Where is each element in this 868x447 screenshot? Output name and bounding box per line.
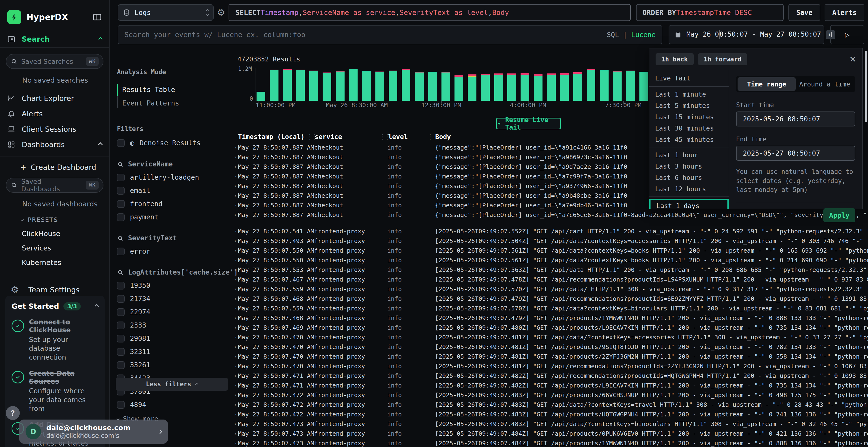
row-expand-icon[interactable]: › <box>233 334 238 340</box>
histogram-bar[interactable] <box>507 73 516 101</box>
chevron-up-icon[interactable] <box>94 304 99 308</box>
run-query-button[interactable]: ▷ <box>830 25 864 44</box>
histogram-bar[interactable] <box>640 72 648 101</box>
col-service[interactable]: service <box>315 133 342 140</box>
row-expand-icon[interactable]: › <box>233 431 238 437</box>
denoise-checkbox[interactable] <box>117 139 125 147</box>
search-icon[interactable] <box>117 235 124 242</box>
relative-time-option[interactable]: Last 6 hours <box>649 172 728 183</box>
save-button[interactable]: Save <box>788 4 820 21</box>
histogram-bar[interactable] <box>600 70 609 101</box>
histogram-bar[interactable] <box>415 72 424 101</box>
histogram-bars[interactable] <box>255 68 649 101</box>
column-drag-handle-icon[interactable]: ⋮⋮ <box>379 133 389 140</box>
apply-button[interactable]: Apply <box>824 208 855 222</box>
end-time-input[interactable] <box>736 146 855 161</box>
table-row[interactable]: › May 27 8:50:07.467 AM frontend-proxy i… <box>233 275 868 284</box>
row-expand-icon[interactable]: › <box>233 344 238 350</box>
checklist-item[interactable]: Connect to ClickHouse Set up your databa… <box>11 318 98 362</box>
facet-checkbox[interactable] <box>117 295 125 303</box>
close-icon[interactable]: ✕ <box>849 55 857 64</box>
table-row[interactable]: › May 27 8:50:07.473 AM frontend-proxy i… <box>233 419 868 429</box>
relative-time-option[interactable]: Last 3 hours <box>649 161 728 172</box>
row-expand-icon[interactable]: › <box>233 296 238 302</box>
facet-checkbox[interactable] <box>117 213 125 221</box>
table-row[interactable]: › May 27 8:50:07.541 AM frontend-proxy i… <box>233 227 868 236</box>
histogram-bar[interactable] <box>256 92 265 101</box>
mode-event-patterns[interactable]: Event Patterns <box>122 96 233 110</box>
relative-time-option[interactable]: Last 1 hour <box>649 149 728 161</box>
row-expand-icon[interactable]: › <box>233 247 238 253</box>
histogram-bar[interactable] <box>296 70 305 101</box>
row-expand-icon[interactable]: › <box>233 286 238 292</box>
table-row[interactable]: › May 27 8:50:07.468 AM frontend-proxy i… <box>233 294 868 304</box>
scrollbar[interactable] <box>865 51 867 122</box>
tab-time-range[interactable]: Time range <box>738 77 796 91</box>
row-expand-icon[interactable]: › <box>233 353 238 359</box>
facet-value-row[interactable]: 29081 <box>117 335 233 342</box>
row-expand-icon[interactable]: › <box>233 212 238 218</box>
facet-value-row[interactable]: email <box>117 187 233 195</box>
facet-value-row[interactable]: artillery-loadgen <box>117 173 233 181</box>
table-row[interactable]: › May 27 8:50:07.559 AM frontend-proxy i… <box>233 304 868 313</box>
facet-value-row[interactable]: 22974 <box>117 308 233 316</box>
alerts-button[interactable]: Alerts <box>825 4 864 21</box>
row-expand-icon[interactable]: › <box>233 144 238 150</box>
language-toggle-sql[interactable]: SQL <box>607 31 619 39</box>
row-expand-icon[interactable]: › <box>233 257 238 263</box>
facet-checkbox[interactable] <box>117 174 125 181</box>
relative-time-option[interactable]: Last 12 hours <box>649 183 728 195</box>
facet-value-row[interactable]: 21734 <box>117 295 233 303</box>
facet-checkbox[interactable] <box>117 187 125 195</box>
col-timestamp[interactable]: Timestamp (Local) <box>238 133 305 140</box>
row-expand-icon[interactable]: › <box>233 267 238 273</box>
sidebar-item-search[interactable]: Search <box>0 31 109 48</box>
row-expand-icon[interactable]: › <box>233 382 238 388</box>
select-clause-input[interactable]: SELECT Timestamp, ServiceName as service… <box>228 4 631 21</box>
mode-results-table[interactable]: Results Table <box>122 83 233 96</box>
table-row[interactable]: › May 27 8:50:07.470 AM frontend-proxy i… <box>233 352 868 361</box>
histogram-bar[interactable] <box>322 72 331 101</box>
sidebar-item-alerts[interactable]: Alerts <box>0 106 109 122</box>
relative-time-option[interactable]: Last 1 days <box>649 199 728 209</box>
facet-value-row[interactable]: frontend <box>117 200 233 208</box>
histogram-bar[interactable] <box>587 69 595 101</box>
histogram-bar[interactable] <box>441 72 450 101</box>
relative-time-option[interactable]: Last 30 minutes <box>649 123 728 134</box>
facet-value-row[interactable]: 32311 <box>117 348 233 356</box>
date-range-input[interactable]: May 26 08:50:07 - May 27 08:50:07 d <box>669 25 824 44</box>
saved-searches-input[interactable]: Saved Searches ⌘K <box>6 54 103 69</box>
table-row[interactable]: › May 27 8:50:07.550 AM frontend-proxy i… <box>233 246 868 255</box>
search-icon[interactable] <box>117 269 124 276</box>
row-expand-icon[interactable]: › <box>233 392 238 398</box>
saved-dashboards-input[interactable]: Saved Dashboards ⌘K <box>6 178 103 193</box>
row-expand-icon[interactable]: › <box>233 276 238 282</box>
facet-value-row[interactable]: payment <box>117 213 233 221</box>
table-row[interactable]: › May 27 8:50:07.473 AM frontend-proxy i… <box>233 438 868 447</box>
histogram-bar[interactable] <box>283 69 292 101</box>
histogram-bar[interactable] <box>574 72 582 101</box>
checklist-item[interactable]: Create Data Sources Configure where your… <box>11 370 98 413</box>
facet-checkbox[interactable] <box>117 348 125 356</box>
facet-checkbox[interactable] <box>117 401 125 409</box>
start-time-input[interactable] <box>736 111 855 127</box>
table-row[interactable]: › May 27 8:50:07.472 AM frontend-proxy i… <box>233 400 868 409</box>
create-dashboard-button[interactable]: + Create Dashboard <box>0 157 109 171</box>
order-by-input[interactable]: ORDER BY TimestampTime DESC <box>636 4 784 21</box>
presets-toggle[interactable]: PRESETS <box>21 216 109 223</box>
histogram-bar[interactable] <box>534 74 542 101</box>
table-row[interactable]: › May 27 8:50:07.470 AM frontend-proxy i… <box>233 342 868 352</box>
denoise-results-row[interactable]: ◐ Denoise Results <box>117 139 233 147</box>
shift-forward-button[interactable]: 1h forward <box>698 53 747 65</box>
facet-value-row[interactable]: error <box>117 247 233 255</box>
sidebar-item-dashboards[interactable]: Dashboards <box>0 137 109 152</box>
resume-live-tail-button[interactable]: Resume Live Tail <box>496 118 561 129</box>
relative-time-option[interactable]: Last 5 minutes <box>649 100 728 111</box>
row-expand-icon[interactable]: › <box>233 154 238 160</box>
row-expand-icon[interactable]: › <box>233 440 238 446</box>
table-row[interactable]: › May 27 8:50:07.550 AM frontend-proxy i… <box>233 255 868 265</box>
row-expand-icon[interactable]: › <box>233 164 238 170</box>
sidebar-item-team-settings[interactable]: ⚙ Team Settings <box>0 282 109 298</box>
row-expand-icon[interactable]: › <box>233 193 238 199</box>
facet-checkbox[interactable] <box>117 200 125 208</box>
